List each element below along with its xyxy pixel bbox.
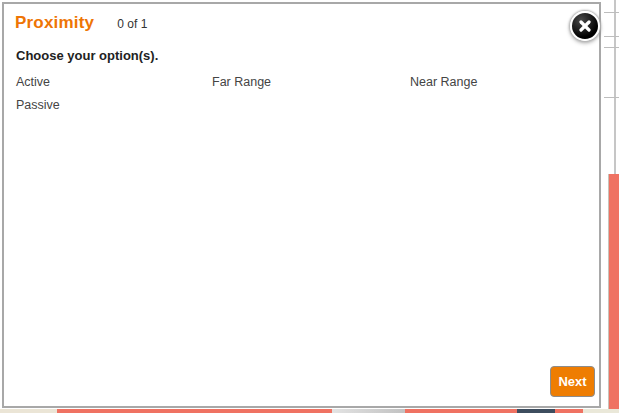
options-grid: Active Far Range Near Range Passive [4,76,599,112]
background-strip-segment [57,409,332,413]
background-panel-edge [614,0,616,174]
option-near-range[interactable]: Near Range [410,76,587,89]
selection-counter: 0 of 1 [117,17,147,31]
prompt-text: Choose your option(s). [4,48,599,63]
background-page-strip [0,409,619,413]
background-strip-segment [555,409,583,413]
background-strip-segment [583,409,619,413]
background-strip-segment [0,409,57,413]
close-icon [579,20,591,32]
close-button[interactable] [570,11,600,41]
dialog-header: Proximity 0 of 1 [4,4,599,33]
option-passive[interactable]: Passive [16,99,212,112]
dialog-title: Proximity [15,13,94,33]
background-field-line [604,47,619,48]
background-strip-segment [517,409,555,413]
background-field-line [604,97,619,98]
background-strip-segment [405,409,517,413]
next-button[interactable]: Next [550,366,595,397]
background-strip-segment [332,409,405,413]
background-field-line [604,36,619,37]
option-active[interactable]: Active [16,76,212,89]
option-far-range[interactable]: Far Range [212,76,410,89]
proximity-dialog: Proximity 0 of 1 Choose your option(s). … [2,2,601,408]
background-salmon-panel [608,174,619,409]
background-field-line [604,12,619,13]
